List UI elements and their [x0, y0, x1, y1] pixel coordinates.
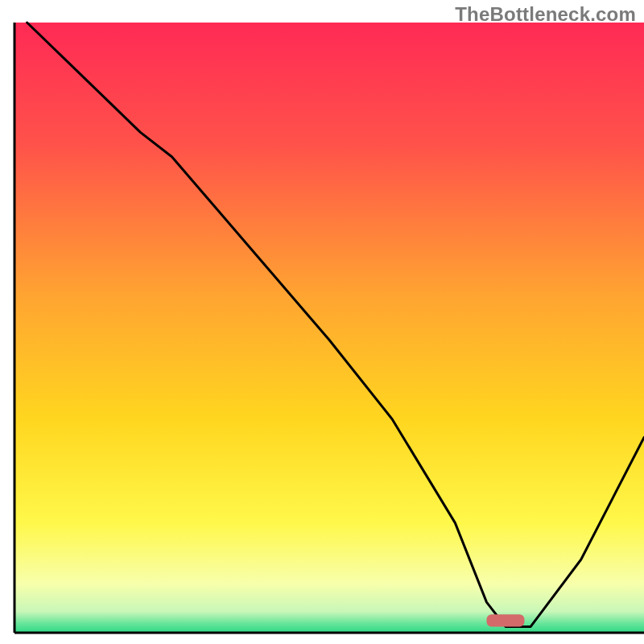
chart-container: TheBottleneck.com	[0, 0, 644, 644]
plot-background	[14, 23, 644, 633]
watermark-text: TheBottleneck.com	[455, 3, 636, 26]
optimum-marker	[487, 614, 525, 626]
bottleneck-chart	[0, 0, 644, 644]
